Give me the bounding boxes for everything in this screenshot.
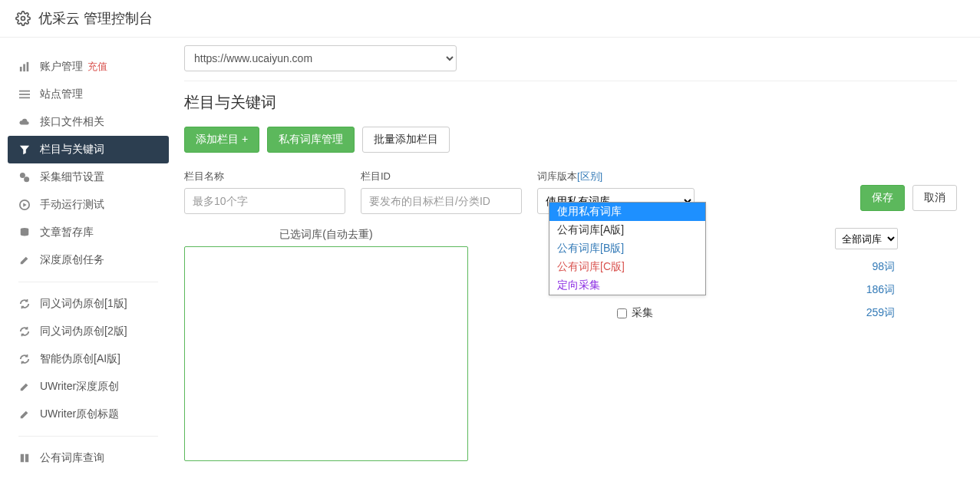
col-name-input[interactable] [184,188,345,214]
dropdown-option[interactable]: 使用私有词库 [549,203,705,221]
sidebar-item-uwriter-deep[interactable]: UWriter深度原创 [8,373,169,401]
svg-rect-4 [19,91,30,92]
sidebar-item-run[interactable]: 手动运行测试 [8,191,169,219]
lib-checkbox[interactable] [617,308,627,318]
sidebar-label: 文章暂存库 [40,226,94,239]
divider [18,282,158,282]
sidebar-item-uwriter-title[interactable]: UWriter原创标题 [8,401,169,428]
svg-rect-2 [23,64,25,72]
lib-row: 采集 259词 [614,302,898,325]
refresh-icon [18,326,31,337]
divider [184,81,957,81]
lib-ver-label: 词库版本[区别] [537,170,695,183]
selected-lib-title: 已选词库(自动去重) [184,228,468,242]
edit-icon [18,409,31,420]
lib-count[interactable]: 186词 [866,283,895,297]
gears-icon [18,172,31,183]
lib-count[interactable]: 259词 [866,306,895,320]
play-icon [18,199,31,210]
cloud-icon [18,117,31,127]
add-column-button[interactable]: 添加栏目 + [184,127,259,153]
svg-rect-1 [20,67,22,71]
edit-icon [18,381,31,392]
dropdown-option[interactable]: 公有词库[B版] [549,239,705,258]
svg-point-0 [21,17,25,21]
sidebar-label: 账户管理 [40,60,83,74]
panels: 已选词库(自动去重) 使用私有词库 公有词库[A版] 公有词库[B版] 公有词库… [184,228,957,461]
sidebar-label: UWriter深度原创 [40,380,119,394]
chart-icon [18,61,31,72]
sidebar-label: 公有词库查询 [40,451,104,465]
page-title: 栏目与关键词 [184,92,957,113]
dropdown-option[interactable]: 公有词库[A版] [549,221,705,239]
gear-icon [15,11,31,26]
col-id-input[interactable] [361,188,522,214]
sidebar-label: 手动运行测试 [40,198,104,212]
lib-count[interactable]: 98词 [872,260,895,274]
filter-icon [18,144,31,155]
recharge-badge: 充值 [87,60,107,74]
sidebar-item-api[interactable]: 接口文件相关 [8,108,169,136]
selected-lib-box[interactable] [184,246,468,461]
edit-icon [18,255,31,265]
list-icon [18,89,31,100]
sidebar-item-columns[interactable]: 栏目与关键词 [8,136,169,163]
sidebar-item-ai[interactable]: 智能伪原创[AI版] [8,345,169,373]
col-name-label: 栏目名称 [184,170,345,183]
dropdown-option[interactable]: 公有词库[C版] [549,258,705,276]
svg-rect-3 [27,62,29,71]
sidebar-label: 深度原创任务 [40,253,104,267]
sidebar-label: 站点管理 [40,87,83,101]
sidebar-item-public-search[interactable]: 公有词库查询 [8,444,169,472]
sidebar-item-syn1[interactable]: 同义词伪原创[1版] [8,290,169,318]
sidebar-label: 同义词伪原创[1版] [40,297,127,311]
sidebar-label: 接口文件相关 [40,115,104,129]
site-select[interactable]: https://www.ucaiyun.com [184,45,457,71]
private-lib-button[interactable]: 私有词库管理 [267,127,355,153]
svg-point-8 [24,176,29,182]
bulk-add-button[interactable]: 批量添加栏目 [362,127,450,153]
book-icon [18,453,31,463]
sidebar: 账户管理 充值 站点管理 接口文件相关 栏目与关键词 采集细节设置 手动运行测试… [0,45,169,480]
refresh-icon [18,298,31,309]
col-id-label: 栏目ID [361,170,522,183]
lib-checkbox-label[interactable]: 采集 [617,306,653,320]
sidebar-label: 采集细节设置 [40,170,104,184]
sidebar-item-syn2[interactable]: 同义词伪原创[2版] [8,318,169,345]
sidebar-label: 栏目与关键词 [40,143,104,157]
svg-rect-5 [19,94,30,95]
app-title: 优采云 管理控制台 [38,9,153,28]
diff-link[interactable]: [区别] [577,170,602,182]
all-lib-select[interactable]: 全部词库 [835,228,898,249]
sidebar-label: 同义词伪原创[2版] [40,325,127,338]
divider [18,436,158,437]
refresh-icon [18,354,31,364]
sidebar-label: 智能伪原创[AI版] [40,352,120,366]
dropdown-option[interactable]: 定向采集 [549,276,705,295]
lib-ver-dropdown[interactable]: 使用私有词库 公有词库[A版] 公有词库[B版] 公有词库[C版] 定向采集 [549,202,706,295]
save-button[interactable]: 保存 [860,185,905,211]
sidebar-item-settings[interactable]: 采集细节设置 [8,163,169,191]
main-content: https://www.ucaiyun.com 栏目与关键词 添加栏目 + 私有… [169,45,980,480]
sidebar-label: UWriter原创标题 [40,407,119,421]
toolbar: 添加栏目 + 私有词库管理 批量添加栏目 [184,127,957,153]
database-icon [18,227,31,238]
svg-point-7 [20,173,25,178]
sidebar-item-account[interactable]: 账户管理 充值 [8,53,169,81]
sidebar-item-storage[interactable]: 文章暂存库 [8,219,169,246]
svg-rect-6 [19,97,30,99]
cancel-button[interactable]: 取消 [912,185,957,211]
sidebar-item-deep[interactable]: 深度原创任务 [8,246,169,274]
sidebar-item-site[interactable]: 站点管理 [8,81,169,108]
topbar: 优采云 管理控制台 [0,0,980,38]
